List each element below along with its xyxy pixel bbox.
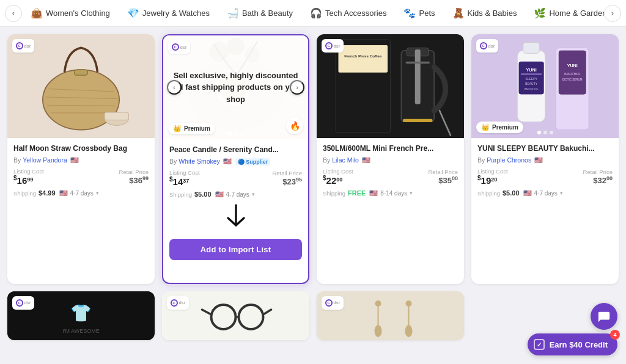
import-arrow <box>221 202 251 233</box>
nav-kids-babies[interactable]: 🧸 Kids & Babies <box>444 0 526 27</box>
premium-badge-2: 👑 Premium <box>168 123 215 134</box>
carousel-dots-2 <box>228 132 244 136</box>
svg-text:I'M AWESOME: I'M AWESOME <box>62 328 99 334</box>
shipping-flag-2: 🇺🇸 <box>215 191 224 198</box>
retail-value-2: $2395 <box>272 177 302 186</box>
shipping-dropdown-1[interactable]: ▾ <box>96 190 99 196</box>
chat-bubble-button[interactable] <box>591 303 617 330</box>
carousel-prev-2[interactable]: ‹ <box>167 80 182 95</box>
nav-tech-accessories[interactable]: 🎧 Tech Accessories <box>301 0 395 27</box>
premium-label-2: Premium <box>184 125 210 132</box>
dot-3 <box>240 132 244 136</box>
product-card-b2: C dsr <box>162 291 309 340</box>
retail-price-1: Retail Price $3699 <box>119 169 149 185</box>
brand-logo-4: C dsr <box>476 39 498 53</box>
shipping-dropdown-2[interactable]: ▾ <box>252 191 255 197</box>
shipping-days-3: 8-14 days <box>380 190 407 197</box>
svg-rect-24 <box>403 119 432 122</box>
crown-icon-4: 👑 <box>481 123 490 131</box>
price-row-1: Listing Cost $1699 Retail Price $3699 <box>13 168 149 186</box>
carousel-next-2[interactable]: › <box>290 80 304 95</box>
brand-c-icon-b3: C <box>325 299 333 307</box>
product-title-1: Half Moon Straw Crossbody Bag <box>13 144 149 154</box>
premium-badge-4: 👑 Premium <box>476 122 523 133</box>
shipping-label-4: Shipping <box>477 190 500 197</box>
seller-flag-4: 🇺🇸 <box>534 156 543 164</box>
kids-icon: 🧸 <box>452 7 465 19</box>
svg-rect-23 <box>406 62 430 64</box>
product-image-1: C dsr <box>7 34 155 138</box>
carousel-dots-4 <box>537 131 553 134</box>
nav-jewelry-watches[interactable]: 💎 Jewelry & Watches <box>119 0 218 27</box>
nav-home-garden[interactable]: 🌿 Home & Garden <box>525 0 604 27</box>
seller-link-1[interactable]: Yellow Pandora <box>23 156 67 164</box>
retail-label-1: Retail Price <box>119 169 149 175</box>
listing-value-3: $2200 <box>323 175 353 186</box>
product-by-1: By Yellow Pandora 🇺🇸 <box>13 156 149 164</box>
nav-next-button[interactable]: › <box>604 5 621 22</box>
product-title-3: 350LM/600ML Mini French Pre... <box>323 144 458 154</box>
svg-text:YUNI: YUNI <box>526 68 537 73</box>
shipping-label-1: Shipping <box>13 190 36 197</box>
svg-point-53 <box>375 325 382 337</box>
product-image-b2: C dsr <box>162 291 309 340</box>
shipping-value-2: $5.00 <box>194 191 212 198</box>
product-card-4: C dsr YUNI SLEEPY BEAUTY BAKUCHIOL <box>471 34 619 284</box>
listing-value-4: $1920 <box>477 175 508 186</box>
dot-4-1 <box>537 131 541 134</box>
garden-icon: 🌿 <box>534 7 546 19</box>
nav-jewelry-label: Jewelry & Watches <box>142 9 210 18</box>
product-by-2: By White Smokey 🇺🇸 🔵 Supplier <box>169 158 302 166</box>
dot-4-3 <box>550 131 553 134</box>
nav-prev-button[interactable]: ‹ <box>5 5 22 22</box>
jewelry-icon: 💎 <box>127 7 139 19</box>
svg-text:BAKUCHIOL: BAKUCHIOL <box>564 73 580 76</box>
brand-c-icon-4: C <box>480 42 487 49</box>
product-by-4: By Purple Chronos 🇺🇸 <box>477 156 613 164</box>
add-to-import-button[interactable]: Add to Import List <box>169 239 302 260</box>
svg-point-54 <box>406 300 412 307</box>
earn-credit-button[interactable]: ✓ Earn $40 Credit 4 <box>528 333 617 355</box>
listing-cost-4: Listing Cost $1920 <box>477 168 508 186</box>
retail-label-4: Retail Price <box>583 169 613 175</box>
seller-flag-2: 🇺🇸 <box>223 158 232 165</box>
brand-logo-b3: C dsr <box>322 296 344 310</box>
svg-text:👕: 👕 <box>70 303 92 323</box>
listing-cost-1: Listing Cost $1699 <box>13 168 44 186</box>
svg-rect-18 <box>339 45 388 73</box>
nav-womens-clothing-label: Women's Clothing <box>46 9 110 18</box>
shipping-value-1: $4.99 <box>39 189 56 197</box>
earn-checkbox-icon: ✓ <box>534 339 545 350</box>
retail-label-3: Retail Price <box>428 169 458 175</box>
product-info-2: Peace Candle / Serenity Cand... By White… <box>163 139 308 283</box>
brand-c-icon-b1: C <box>16 299 23 307</box>
brand-logo-b1: C dsr <box>12 296 34 310</box>
seller-link-4[interactable]: Purple Chronos <box>487 156 531 164</box>
product-grid: C dsr <box>0 27 626 364</box>
shipping-dropdown-3[interactable]: ▾ <box>410 190 413 196</box>
nav-pets-label: Pets <box>419 9 435 18</box>
shipping-value-3: FREE <box>348 189 366 197</box>
nav-womens-clothing[interactable]: 👜 Women's Clothing <box>22 0 119 27</box>
shipping-label-3: Shipping <box>323 190 345 197</box>
nav-bath-beauty[interactable]: 🛁 Bath & Beauty <box>218 0 301 27</box>
seller-link-2[interactable]: White Smokey <box>179 158 220 165</box>
listing-value-2: $1437 <box>169 176 200 187</box>
svg-rect-8 <box>105 112 128 120</box>
svg-text:French Press Coffee: French Press Coffee <box>344 54 381 58</box>
brand-c-icon: C <box>16 42 23 49</box>
dot-4-2 <box>543 131 547 134</box>
nav-pets[interactable]: 🐾 Pets <box>395 0 443 27</box>
product-card-2: C dsr Sell exc <box>162 34 309 284</box>
crown-icon-2: 👑 <box>173 125 182 133</box>
seller-link-3[interactable]: Lilac Milo <box>332 156 359 164</box>
listing-cost-3: Listing Cost $2200 <box>323 168 353 186</box>
retail-value-3: $3500 <box>428 175 458 185</box>
listing-label-1: Listing Cost <box>13 168 44 175</box>
shipping-dropdown-4[interactable]: ▾ <box>560 190 563 196</box>
tech-icon: 🎧 <box>310 7 322 19</box>
shipping-days-1: 4-7 days <box>70 190 94 197</box>
svg-text:SLEEPY: SLEEPY <box>526 78 538 81</box>
price-row-2: Listing Cost $1437 Retail Price $2395 <box>169 169 302 187</box>
shipping-days-4: 4-7 days <box>534 190 558 197</box>
